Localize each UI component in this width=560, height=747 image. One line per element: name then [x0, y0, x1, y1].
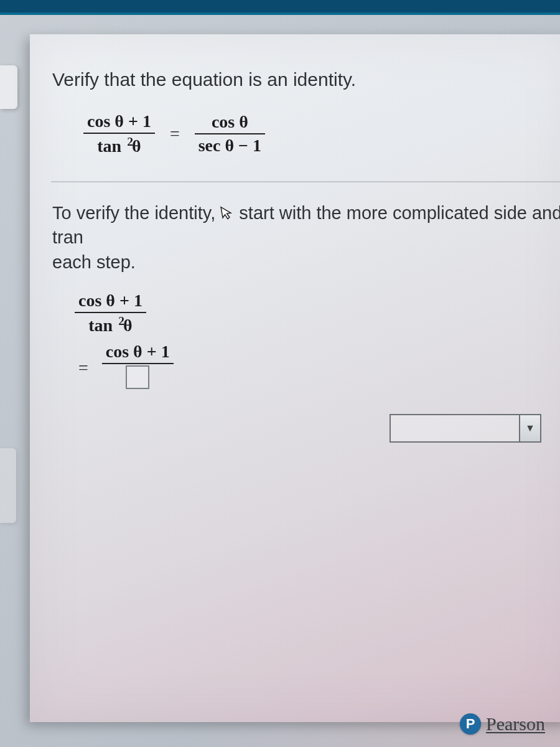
section-divider [51, 181, 560, 182]
lhs-fraction: cos θ + 1 tan 2θ [83, 111, 155, 156]
pearson-logo-icon: P [460, 713, 481, 735]
identity-equation: cos θ + 1 tan 2θ = cos θ sec θ − 1 [83, 111, 560, 156]
instruction-text: To verify the identity, start with the m… [52, 201, 560, 274]
lhs-denominator: tan 2θ [93, 134, 144, 156]
lhs-numerator: cos θ + 1 [83, 111, 155, 133]
reason-dropdown[interactable]: ▼ [390, 414, 541, 443]
work-area: cos θ + 1 tan 2θ = cos θ + 1 [75, 291, 560, 393]
denominator-input[interactable] [126, 365, 149, 389]
rhs-denominator: sec θ − 1 [195, 134, 265, 156]
work-lhs-numerator: cos θ + 1 [75, 291, 146, 312]
app-topbar [0, 0, 560, 15]
work-lhs-denominator: tan 2θ [85, 313, 136, 336]
rhs-fraction: cos θ sec θ − 1 [195, 112, 265, 156]
chevron-down-icon[interactable]: ▼ [520, 414, 541, 443]
step-equals: = [75, 358, 92, 378]
equals-sign: = [166, 124, 184, 144]
work-step-row: = cos θ + 1 [75, 342, 560, 393]
step-numerator: cos θ + 1 [102, 342, 174, 363]
dropdown-field[interactable] [390, 414, 520, 443]
step-denominator-input-wrap [122, 364, 153, 393]
cursor-icon [218, 202, 236, 228]
question-panel: Verify that the equation is an identity.… [30, 34, 560, 722]
rhs-numerator: cos θ [208, 112, 252, 133]
step-fraction: cos θ + 1 [102, 342, 174, 393]
brand-footer: P Pearson [460, 713, 545, 735]
left-nav-tab[interactable] [0, 65, 17, 109]
question-prompt: Verify that the equation is an identity. [52, 69, 560, 90]
brand-name: Pearson [486, 713, 545, 735]
work-lhs-fraction: cos θ + 1 tan 2θ [75, 291, 146, 336]
left-nav-tab-secondary[interactable] [0, 448, 16, 523]
